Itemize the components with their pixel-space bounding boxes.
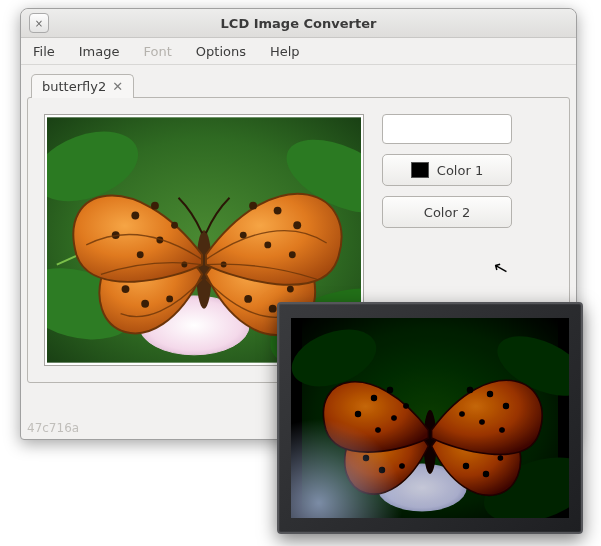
svg-point-41 (379, 467, 385, 473)
menu-help[interactable]: Help (258, 40, 312, 63)
svg-point-46 (459, 411, 465, 417)
svg-point-10 (151, 202, 159, 210)
color2-label: Color 2 (424, 205, 470, 220)
svg-point-51 (498, 455, 504, 461)
svg-point-44 (487, 391, 493, 397)
zoom-spinner[interactable]: ▲ ▼ (382, 114, 512, 144)
lcd-screen (291, 318, 569, 518)
svg-point-24 (269, 305, 277, 313)
window-title: LCD Image Converter (21, 16, 576, 31)
footer-hash: 47c716a (27, 421, 79, 435)
color1-label: Color 1 (437, 163, 483, 178)
svg-point-11 (137, 251, 144, 258)
svg-point-37 (375, 427, 381, 433)
svg-point-36 (387, 387, 393, 393)
tab-butterfly2[interactable]: butterfly2 ✕ (31, 74, 134, 98)
zoom-input[interactable] (383, 115, 512, 143)
svg-point-19 (293, 221, 301, 229)
svg-point-9 (131, 212, 139, 220)
tab-bar: butterfly2 ✕ (27, 71, 570, 97)
menubar: File Image Font Options Help (21, 38, 576, 65)
lcd-device-photo (277, 302, 583, 534)
tab-close-icon[interactable]: ✕ (112, 79, 123, 94)
svg-point-43 (467, 387, 473, 393)
svg-point-13 (171, 222, 178, 229)
svg-point-35 (371, 395, 377, 401)
svg-point-16 (166, 295, 173, 302)
window-close-button[interactable]: × (29, 13, 49, 33)
svg-point-42 (399, 463, 405, 469)
color1-button[interactable]: Color 1 (382, 154, 512, 186)
svg-point-17 (249, 202, 257, 210)
svg-point-25 (287, 286, 294, 293)
svg-point-22 (289, 251, 296, 258)
color2-button[interactable]: Color 2 (382, 196, 512, 228)
svg-point-18 (274, 207, 282, 215)
svg-point-47 (479, 419, 485, 425)
svg-point-23 (244, 295, 252, 303)
menu-font: Font (131, 40, 183, 63)
tab-label: butterfly2 (42, 79, 106, 94)
menu-options[interactable]: Options (184, 40, 258, 63)
svg-point-38 (391, 415, 397, 421)
svg-point-49 (463, 463, 469, 469)
svg-point-45 (503, 403, 509, 409)
svg-point-48 (499, 427, 505, 433)
svg-point-50 (483, 471, 489, 477)
svg-point-40 (363, 455, 369, 461)
menu-image[interactable]: Image (67, 40, 132, 63)
svg-point-21 (264, 241, 271, 248)
svg-point-14 (122, 285, 130, 293)
close-icon: × (35, 18, 43, 29)
svg-point-39 (403, 403, 409, 409)
svg-point-15 (141, 300, 149, 308)
titlebar[interactable]: × LCD Image Converter (21, 9, 576, 38)
svg-point-34 (355, 411, 361, 417)
menu-file[interactable]: File (21, 40, 67, 63)
color1-swatch-icon (411, 162, 429, 178)
